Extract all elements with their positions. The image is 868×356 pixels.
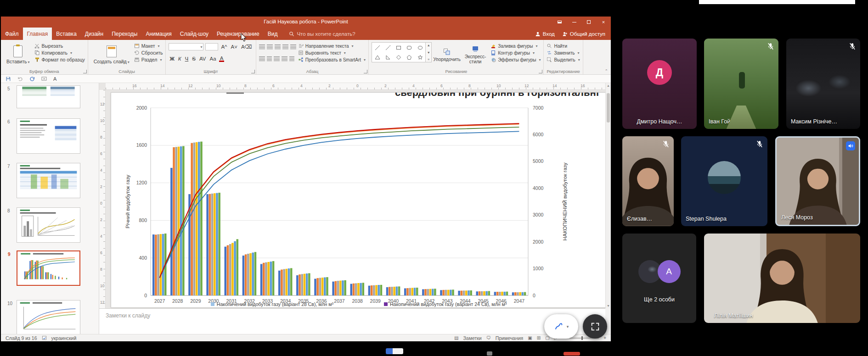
scroll-down-icon[interactable]: ▼ — [606, 304, 611, 307]
participant-tile-lesia[interactable]: Леся Мороз — [775, 136, 860, 226]
paste-button[interactable]: Вставить▾ — [4, 42, 33, 67]
tab-file[interactable]: Файл — [1, 28, 23, 40]
paragraph-dialog-launcher[interactable] — [364, 70, 367, 73]
notes-toggle-icon[interactable]: ▤ — [454, 335, 458, 340]
notes-toggle[interactable]: Заметки — [463, 335, 482, 341]
zoom-in-icon[interactable]: + — [603, 335, 606, 340]
redo-icon[interactable] — [29, 76, 35, 82]
participant-tile-liliia[interactable]: Лілія Матіїшин — [704, 234, 860, 323]
tab-transitions[interactable]: Переходы — [107, 28, 141, 40]
slide-thumbnail-6[interactable]: 6 — [17, 118, 80, 154]
comments-toggle[interactable]: Примечания — [496, 335, 524, 341]
start-slideshow-icon[interactable] — [41, 76, 47, 82]
sign-in-button[interactable]: Вход — [535, 31, 555, 37]
undo-icon[interactable] — [17, 76, 23, 82]
columns-icon[interactable] — [289, 56, 294, 61]
line-spacing-icon[interactable] — [290, 44, 296, 50]
participant-tile-stepan[interactable]: Stepan Shulepa — [681, 136, 767, 226]
align-center-icon[interactable] — [267, 56, 272, 61]
minimize-button[interactable] — [567, 17, 581, 28]
font-color-button[interactable]: А — [219, 56, 225, 62]
tab-review[interactable]: Рецензирование — [213, 28, 264, 40]
shapes-gallery-scroll[interactable]: ▲ ▼ ≡ — [426, 42, 432, 62]
drawing-dialog-launcher[interactable] — [539, 70, 542, 73]
font-size-select[interactable] — [205, 43, 218, 50]
title-bar[interactable]: Гасій Наукова робота - PowerPoint × — [1, 17, 611, 28]
participant-tile-yelyzaveta[interactable]: Єлизав… — [622, 136, 674, 226]
close-button[interactable]: × — [596, 17, 611, 28]
underline-button[interactable]: Ч — [184, 56, 190, 61]
align-left-icon[interactable] — [259, 56, 265, 61]
pen-dropdown-icon[interactable]: ▾ — [567, 324, 569, 329]
participant-tile-maksym[interactable]: Максим Різніче… — [786, 39, 860, 129]
tab-design[interactable]: Дизайн — [81, 28, 107, 40]
slide-canvas[interactable]: свердловин при бурінні в горизонтальні 0… — [111, 93, 605, 307]
select-button[interactable]: Выделить▾ — [547, 57, 580, 62]
slide-editor[interactable]: 1614121086420246810121416 12108642024681… — [99, 83, 605, 308]
find-button[interactable]: Найти — [547, 43, 580, 49]
indent-increase-icon[interactable] — [282, 44, 288, 50]
cut-button[interactable]: Вырезать — [34, 43, 85, 49]
participant-tile-dmytro[interactable]: Д Дмитро Нащоч… — [622, 39, 697, 129]
notes-pane[interactable]: Заметки к слайду — [99, 308, 605, 334]
slide-thumbnail-5[interactable]: 5 — [17, 85, 80, 108]
quick-styles-button[interactable]: Экспресс-стили — [462, 42, 489, 67]
tell-me-search[interactable]: Что вы хотите сделать? — [289, 28, 355, 40]
shape-fill-button[interactable]: Заливка фигуры▾ — [490, 43, 541, 49]
ribbon-display-options-button[interactable] — [552, 17, 567, 28]
indent-decrease-icon[interactable] — [275, 44, 281, 50]
change-case-button[interactable]: Аа — [209, 56, 217, 61]
reset-button[interactable]: Сбросить — [134, 50, 163, 56]
slides-panel[interactable]: 5 6 7 — [1, 83, 99, 334]
vertical-ruler[interactable]: 12108642024681012 — [99, 90, 106, 308]
new-slide-button[interactable]: Создать слайд▾ — [91, 42, 132, 67]
scrollbar-thumb[interactable] — [607, 93, 610, 122]
maximize-button[interactable] — [581, 17, 596, 28]
slide-sorter-view-icon[interactable]: ⊞ — [537, 335, 541, 340]
justify-icon[interactable] — [282, 56, 287, 61]
text-direction-button[interactable]: Направление текста▾ — [298, 43, 366, 49]
slide-thumbnail-10[interactable]: 10 — [17, 300, 80, 334]
spellcheck-icon[interactable] — [42, 335, 47, 340]
participant-tile-ivan[interactable]: Іван Гой — [704, 39, 778, 129]
fullscreen-button[interactable] — [583, 314, 607, 339]
align-text-button[interactable]: Выровнять текст▾ — [298, 50, 366, 56]
collapse-ribbon-button[interactable]: ⌃ — [604, 69, 608, 73]
tab-view[interactable]: Вид — [264, 28, 282, 40]
strikethrough-button[interactable]: S — [191, 56, 197, 61]
zoom-knob[interactable] — [581, 336, 583, 340]
save-icon[interactable] — [6, 76, 11, 82]
language-indicator[interactable]: украинский — [51, 335, 77, 341]
bold-button[interactable]: Ж — [169, 56, 175, 61]
clipboard-dialog-launcher[interactable] — [83, 70, 87, 73]
comments-toggle-icon[interactable]: 🗨 — [486, 335, 491, 340]
layout-button[interactable]: Макет▾ — [134, 43, 163, 49]
arrange-button[interactable]: Упорядочить — [434, 42, 460, 67]
italic-button[interactable]: К — [177, 56, 182, 61]
char-spacing-button[interactable]: AV — [198, 56, 207, 61]
shapes-gallery[interactable] — [372, 42, 426, 62]
horizontal-ruler[interactable]: 1614121086420246810121416 — [106, 83, 605, 90]
participant-tile-overflow[interactable]: A Ще 2 особи — [622, 234, 696, 323]
shape-outline-button[interactable]: Контур фигуры▾ — [490, 50, 541, 56]
copy-button[interactable]: Копировать▾ — [34, 50, 85, 56]
vertical-scrollbar[interactable]: ▲ ▼ — [605, 83, 611, 308]
font-dialog-launcher[interactable] — [251, 70, 255, 73]
shape-effects-button[interactable]: Эффекты фигуры▾ — [490, 57, 541, 62]
slide-thumbnail-8[interactable]: 8 — [17, 207, 80, 243]
format-painter-button[interactable]: Формат по образцу — [34, 57, 85, 62]
numbering-icon[interactable] — [267, 44, 273, 50]
replace-button[interactable]: Заменить▾ — [547, 50, 580, 56]
tab-animations[interactable]: Анимация — [141, 28, 175, 40]
shrink-font-button[interactable]: А˅ — [230, 44, 238, 50]
share-button[interactable]: Общий доступ — [562, 31, 605, 37]
section-button[interactable]: Раздел▾ — [134, 57, 163, 62]
qat-font-icon[interactable]: А — [53, 76, 56, 82]
align-right-icon[interactable] — [274, 56, 280, 61]
clear-format-button[interactable]: А⌫ — [240, 44, 253, 50]
slide-thumbnail-9[interactable]: 9 — [17, 250, 80, 286]
normal-view-icon[interactable]: ▣ — [528, 335, 532, 340]
annotation-pen-button[interactable]: ▾ — [544, 314, 578, 339]
smartart-button[interactable]: Преобразовать в SmartArt▾ — [298, 57, 366, 62]
tab-insert[interactable]: Вставка — [52, 28, 81, 40]
